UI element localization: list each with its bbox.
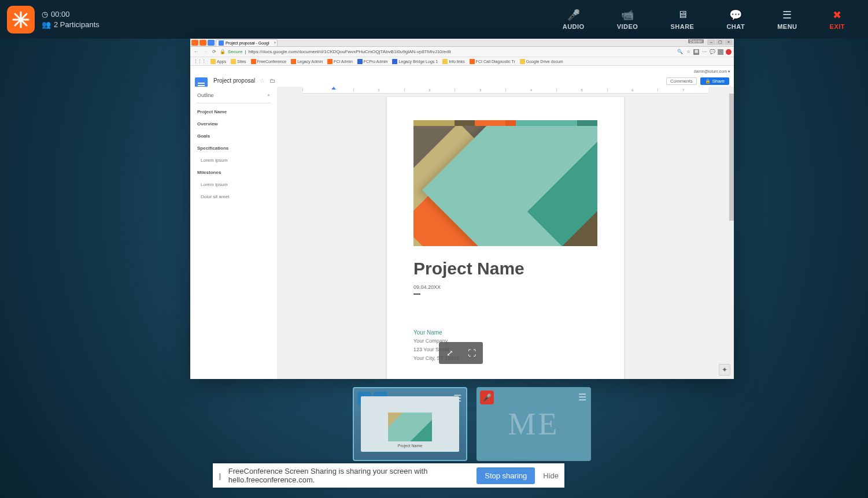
minimize-button[interactable]: – [707, 39, 715, 45]
secure-label: Secure [228, 49, 242, 54]
bookmark-item[interactable]: Legacy Bridge Logs 1 [392, 59, 438, 64]
outline-subitem[interactable]: Lorem Ipsum [201, 158, 270, 163]
chat-ext-icon[interactable]: 💬 [710, 49, 715, 55]
hide-bar-button[interactable]: Hide [543, 471, 559, 480]
forward-button[interactable]: → [202, 49, 209, 54]
pinned-tab-icon[interactable] [208, 40, 215, 46]
participant-tile-self[interactable]: 🎤 ☰ ME [477, 387, 591, 461]
fullscreen-icon[interactable]: ⛶ [468, 348, 476, 358]
zoom-icon[interactable]: 🔍 [677, 49, 683, 55]
share-button[interactable]: 🖥SHARE [670, 9, 694, 30]
account-email[interactable]: darrin@iotum.com ▾ [694, 69, 730, 74]
bookmarks-bar: ⋮⋮⋮ Apps Sites FreeConference Legacy Adm… [190, 57, 734, 66]
doc-date: 09.04.20XX [413, 284, 597, 290]
share-message: FreeConference Screen Sharing is sharing… [228, 467, 468, 484]
bookmark-item[interactable]: FCPro Admin [357, 59, 388, 64]
close-outline-icon[interactable]: × [267, 92, 270, 98]
docs-favicon-icon [219, 40, 224, 46]
conference-top-bar: ◷00:00 👥2 Participants 🎤AUDIO 📹VIDEO 🖥SH… [0, 0, 868, 39]
outline-item[interactable]: Goals [197, 133, 270, 139]
bookmark-item[interactable]: Sites [231, 59, 246, 64]
participants-icon: 👥 [42, 20, 51, 30]
share-view-controls: ⤢ ⛶ [439, 342, 483, 364]
outline-title: Outline [197, 92, 270, 98]
bookmark-item[interactable]: Apps [210, 59, 226, 64]
clock-icon: ◷ [42, 9, 48, 20]
bookmark-item[interactable]: FreeConference [251, 59, 287, 64]
tab-title: Project proposal - Googl [226, 41, 269, 45]
ext-icon[interactable]: ⋯ [701, 49, 707, 55]
video-button[interactable]: 📹VIDEO [617, 9, 638, 30]
outline-subitem[interactable]: Dolor sit amet [201, 194, 270, 199]
scrollbar[interactable] [729, 94, 734, 379]
apps-icon[interactable]: ⋮⋮⋮ [194, 59, 206, 64]
close-window-button[interactable]: × [725, 39, 733, 45]
outline-item[interactable]: Milestones [197, 170, 270, 175]
scroll-thumb[interactable] [729, 94, 734, 221]
expand-icon[interactable]: ⤢ [446, 348, 453, 358]
pinned-tab-icon[interactable] [191, 40, 198, 46]
hero-image [413, 120, 597, 246]
app-logo [7, 6, 35, 34]
outline-item[interactable]: Project Name [197, 109, 270, 114]
browser-tab-strip: Project proposal - Googl × Darren – ▢ × [190, 39, 734, 47]
mic-icon: 🎤 [567, 9, 580, 21]
browser-tab[interactable]: Project proposal - Googl × [216, 39, 278, 46]
outline-pane: Outline × Project Name Overview Goals Sp… [190, 87, 277, 379]
bookmark-item[interactable]: Info links [442, 59, 465, 64]
bookmark-item[interactable]: Legacy Admin [291, 59, 323, 64]
monitor-icon: 🖥 [677, 9, 688, 21]
reload-button[interactable]: ⟳ [211, 49, 217, 54]
lock-icon: 🔒 [220, 49, 226, 54]
url-text[interactable]: https://docs.google.com/document/d/1CKDQ… [248, 49, 450, 54]
star-doc-icon[interactable]: ☆ [260, 77, 265, 84]
document-page[interactable]: Project Name 09.04.20XX Your Name Your C… [387, 97, 624, 379]
call-timer: 00:00 [51, 9, 70, 20]
comments-button[interactable]: Comments [666, 77, 697, 85]
star-icon[interactable]: ☆ [685, 49, 691, 55]
nav-buttons: 🎤AUDIO 📹VIDEO 🖥SHARE 💬CHAT ☰MENU ✖EXIT [563, 9, 868, 30]
doc-title[interactable]: Project proposal [213, 77, 255, 84]
page-area: 1234567 Project Name 09.04.20XX Your Nam… [277, 87, 734, 379]
tab-close-icon[interactable]: × [274, 40, 276, 44]
explore-button[interactable]: ✦ [719, 364, 730, 376]
grid-ext-icon[interactable]: ▦ [693, 49, 699, 55]
participant-tile-presenter[interactable]: ★ 👁 ☰ Project Name [353, 387, 467, 461]
exit-button[interactable]: ✖EXIT [830, 9, 845, 30]
shared-screen: Project proposal - Googl × Darren – ▢ × … [190, 39, 734, 379]
doc-heading: Project Name [413, 259, 597, 278]
screen-sharing-bar: || FreeConference Screen Sharing is shar… [213, 463, 564, 488]
maximize-button[interactable]: ▢ [716, 39, 724, 45]
pinned-tab-icon[interactable] [200, 40, 206, 46]
bookmark-item[interactable]: Google Drive docum [520, 59, 563, 64]
outline-item[interactable]: Specifications [197, 146, 270, 151]
lock-icon: 🔒 [705, 79, 711, 84]
chat-icon: 💬 [729, 9, 742, 21]
profile-chip[interactable]: Darren [688, 39, 704, 43]
block-ext-icon[interactable] [726, 49, 732, 55]
participant-tiles: ★ 👁 ☰ Project Name 🎤 ☰ ME [353, 387, 591, 461]
author-name: Your Name [413, 328, 597, 337]
bookmark-item[interactable]: FCI Call Diagnostic Tr [470, 59, 515, 64]
pause-share-icon[interactable]: || [219, 471, 220, 480]
outline-subitem[interactable]: Lorem Ipsum [201, 182, 270, 187]
outline-item[interactable]: Overview [197, 121, 270, 127]
stop-sharing-button[interactable]: Stop sharing [477, 467, 535, 484]
call-info: ◷00:00 👥2 Participants [42, 9, 99, 30]
chat-button[interactable]: 💬CHAT [726, 9, 745, 30]
window-controls: – ▢ × [707, 39, 733, 45]
camera-icon: 📹 [621, 9, 634, 21]
ruler[interactable]: 1234567 [302, 87, 708, 94]
ext-icon[interactable] [718, 49, 723, 55]
bookmark-item[interactable]: FCI Admin [327, 59, 353, 64]
docs-body: Outline × Project Name Overview Goals Sp… [190, 87, 734, 379]
menu-icon: ☰ [782, 9, 792, 21]
audio-button[interactable]: 🎤AUDIO [563, 9, 585, 30]
share-doc-button[interactable]: 🔒Share [700, 77, 729, 85]
docs-account-row: darrin@iotum.com ▾ [190, 66, 734, 76]
menu-button[interactable]: ☰MENU [777, 9, 797, 30]
screen-thumbnail: Project Name [361, 396, 459, 452]
self-avatar: ME [477, 387, 591, 461]
back-button[interactable]: ← [193, 49, 200, 54]
move-folder-icon[interactable]: 🗀 [269, 77, 275, 84]
